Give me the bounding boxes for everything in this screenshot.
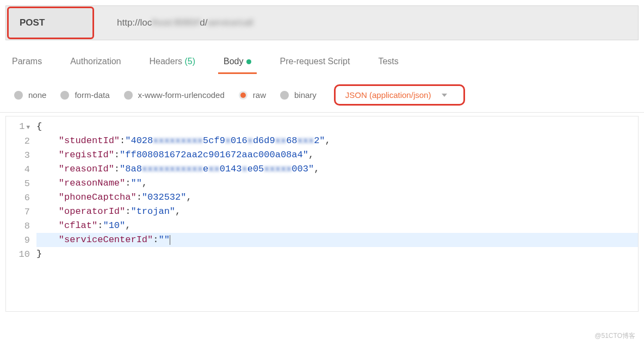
radio-none[interactable]: none <box>14 90 46 100</box>
code-editor[interactable]: 1▼ 2 3 4 5 6 7 8 9 10 { "studentId":"402… <box>5 116 639 312</box>
http-method-label: POST <box>20 17 45 28</box>
line-gutter: 1▼ 2 3 4 5 6 7 8 9 10 <box>6 120 36 308</box>
tab-prerequest[interactable]: Pre-request Script <box>277 53 352 74</box>
tab-tests[interactable]: Tests <box>376 53 400 74</box>
radio-binary[interactable]: binary <box>280 90 317 100</box>
request-bar: POST http://loclhost:8080/fd/service/cal… <box>5 5 639 40</box>
text-cursor-icon <box>170 235 170 245</box>
chevron-down-icon <box>442 94 447 97</box>
url-text-blur1: lhost:8080/f <box>152 17 200 28</box>
radio-icon <box>239 91 247 100</box>
content-type-select[interactable]: JSON (application/json) <box>334 84 466 106</box>
url-text-mid: d/ <box>200 17 207 28</box>
body-type-row: none form-data x-www-form-urlencoded raw… <box>0 75 644 113</box>
tab-authorization[interactable]: Authorization <box>68 53 123 74</box>
fold-icon[interactable]: ▼ <box>26 124 30 131</box>
body-modified-dot-icon <box>246 59 251 64</box>
code-content[interactable]: { "studentId":"4028xxxxxxxxx5cf9x016xd6d… <box>36 120 638 308</box>
tab-body[interactable]: Body <box>221 53 253 74</box>
radio-icon <box>280 91 289 100</box>
url-input[interactable]: http://loclhost:8080/fd/service/call <box>95 9 638 37</box>
tab-params[interactable]: Params <box>10 53 44 74</box>
radio-urlencoded[interactable]: x-www-form-urlencoded <box>124 90 225 100</box>
request-tabs: Params Authorization Headers (5) Body Pr… <box>0 40 644 75</box>
radio-raw[interactable]: raw <box>239 90 266 100</box>
radio-form-data[interactable]: form-data <box>60 90 109 100</box>
url-text-prefix: http://loc <box>117 17 152 28</box>
http-method-select[interactable]: POST <box>7 7 94 39</box>
radio-icon <box>14 91 23 100</box>
tab-headers[interactable]: Headers (5) <box>147 53 198 74</box>
headers-count: (5) <box>184 57 195 66</box>
content-type-label: JSON (application/json) <box>345 90 431 100</box>
radio-icon <box>124 91 133 100</box>
radio-icon <box>60 91 69 100</box>
url-text-blur2: service/call <box>207 17 253 28</box>
